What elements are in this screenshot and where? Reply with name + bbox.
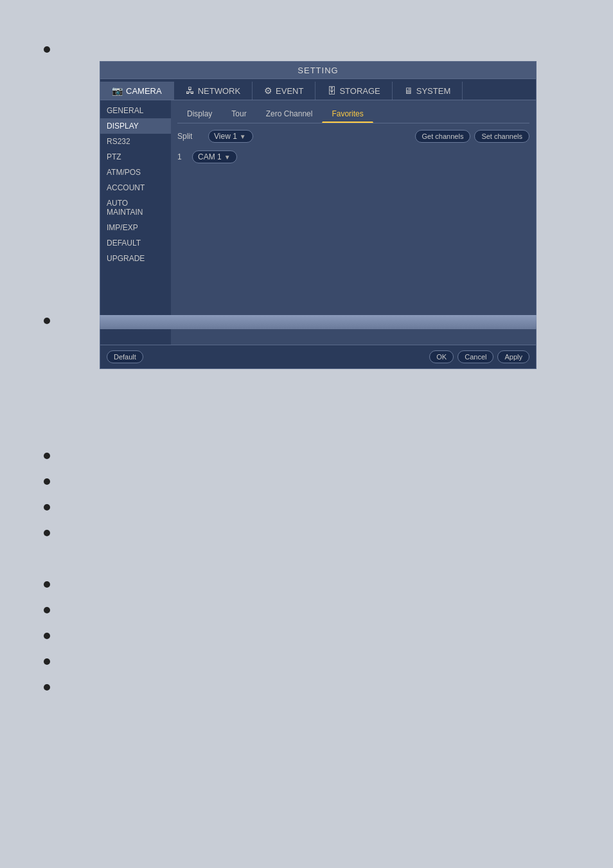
event-icon: ⚙ (264, 86, 272, 96)
sidebar-item-atm-pos-label: ATM/POS (107, 168, 141, 177)
split-dropdown-value: View 1 (214, 132, 237, 141)
tab-network[interactable]: 🖧 NETWORK (174, 82, 253, 100)
bullet-point-7 (44, 581, 50, 588)
network-icon: 🖧 (186, 86, 195, 96)
sidebar-item-ptz-label: PTZ (107, 152, 121, 161)
sidebar-item-auto-maintain-label: AUTO MAINTAIN (107, 199, 143, 217)
get-channels-button[interactable]: Get channels (415, 130, 471, 143)
split-dropdown-arrow: ▼ (240, 133, 246, 140)
sidebar: GENERAL DISPLAY RS232 PTZ ATM/POS ACCOUN… (100, 100, 171, 345)
storage-icon: 🗄 (327, 86, 336, 96)
tab-event[interactable]: ⚙ EVENT (253, 82, 315, 100)
tab-camera-label: CAMERA (126, 86, 162, 96)
sidebar-item-upgrade[interactable]: UPGRADE (100, 251, 171, 266)
tab-event-label: EVENT (276, 86, 303, 96)
apply-button[interactable]: Apply (497, 350, 529, 363)
cancel-button[interactable]: Cancel (458, 350, 493, 363)
sidebar-item-imp-exp-label: IMP/EXP (107, 223, 138, 232)
tab-camera[interactable]: 📷 CAMERA (100, 82, 174, 100)
sidebar-item-default[interactable]: DEFAULT (100, 235, 171, 251)
sidebar-item-rs232-label: RS232 (107, 137, 130, 146)
ok-button[interactable]: OK (429, 350, 454, 363)
sub-tab-bar: Display Tour Zero Channel Favorites (177, 105, 529, 123)
tab-storage-label: STORAGE (339, 86, 380, 96)
dialog-title: SETTING (298, 66, 338, 75)
bullet-point-2 (44, 318, 50, 324)
sidebar-item-display-label: DISPLAY (107, 122, 139, 131)
split-dropdown[interactable]: View 1 ▼ (208, 130, 253, 143)
bullet-point-11 (44, 684, 50, 691)
sub-tab-favorites-label: Favorites (332, 109, 363, 118)
channel-btn-group: Get channels Set channels (415, 130, 529, 143)
sub-tab-display-label: Display (187, 109, 212, 118)
sidebar-item-account[interactable]: ACCOUNT (100, 180, 171, 195)
dialog-title-bar: SETTING (100, 62, 536, 79)
cam-dropdown-arrow: ▼ (224, 154, 231, 161)
split-label: Split (177, 132, 203, 141)
sidebar-item-atm-pos[interactable]: ATM/POS (100, 165, 171, 180)
sub-tab-zero-channel-label: Zero Channel (266, 109, 313, 118)
nav-tab-bar: 📷 CAMERA 🖧 NETWORK ⚙ EVENT 🗄 STORAGE 🖥 S… (100, 79, 536, 100)
footer-bar (100, 315, 537, 329)
bullet-point-4 (44, 478, 50, 485)
tab-storage[interactable]: 🗄 STORAGE (315, 82, 392, 100)
tab-system-label: SYSTEM (416, 86, 450, 96)
sidebar-item-general-label: GENERAL (107, 106, 143, 115)
sub-tab-zero-channel[interactable]: Zero Channel (256, 105, 323, 123)
bullet-point-3 (44, 453, 50, 459)
bullet-point-8 (44, 607, 50, 613)
system-icon: 🖥 (404, 86, 413, 96)
camera-icon: 📷 (112, 86, 123, 96)
sub-tab-favorites[interactable]: Favorites (322, 105, 373, 123)
bottom-action-bar: Default OK Cancel Apply (100, 345, 536, 368)
cam-dropdown-value: CAM 1 (198, 152, 222, 161)
default-button[interactable]: Default (107, 350, 143, 363)
sidebar-item-account-label: ACCOUNT (107, 183, 145, 192)
cam-row-number: 1 (177, 152, 187, 161)
bullet-point-9 (44, 633, 50, 639)
action-btn-group: OK Cancel Apply (429, 350, 529, 363)
cam-control-row: 1 CAM 1 ▼ (177, 150, 529, 163)
sidebar-item-display[interactable]: DISPLAY (100, 118, 171, 134)
tab-system[interactable]: 🖥 SYSTEM (393, 82, 463, 100)
sidebar-item-imp-exp[interactable]: IMP/EXP (100, 220, 171, 235)
tab-network-label: NETWORK (198, 86, 240, 96)
bullet-point-1 (44, 46, 50, 53)
bullet-point-5 (44, 504, 50, 511)
sub-tab-display[interactable]: Display (177, 105, 222, 123)
sidebar-item-general[interactable]: GENERAL (100, 103, 171, 118)
cam-dropdown[interactable]: CAM 1 ▼ (192, 150, 237, 163)
set-channels-button[interactable]: Set channels (474, 130, 529, 143)
sidebar-item-ptz[interactable]: PTZ (100, 149, 171, 165)
sidebar-item-rs232[interactable]: RS232 (100, 134, 171, 149)
bullet-point-10 (44, 658, 50, 665)
sub-tab-tour[interactable]: Tour (222, 105, 256, 123)
bullet-point-6 (44, 530, 50, 536)
sidebar-item-default-label: DEFAULT (107, 239, 141, 248)
sidebar-item-auto-maintain[interactable]: AUTO MAINTAIN (100, 195, 171, 220)
sidebar-item-upgrade-label: UPGRADE (107, 254, 145, 263)
sub-tab-tour-label: Tour (231, 109, 246, 118)
split-control-row: Split View 1 ▼ Get channels Set channels (177, 130, 529, 143)
main-panel: Display Tour Zero Channel Favorites Spli… (171, 100, 536, 345)
content-area: GENERAL DISPLAY RS232 PTZ ATM/POS ACCOUN… (100, 100, 536, 345)
